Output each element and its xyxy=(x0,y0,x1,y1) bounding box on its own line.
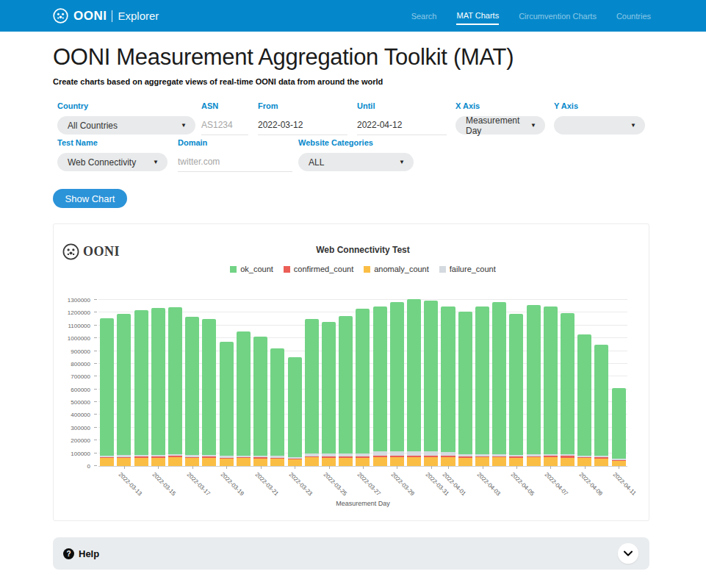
chart-bar-2022-04-04[interactable] xyxy=(491,301,508,466)
bar-stack xyxy=(322,322,336,466)
nav-link-circumvention-charts[interactable]: Circumvention Charts xyxy=(519,7,597,24)
x-axis-tick-label: 2022-03-21 xyxy=(253,471,279,497)
bar-segment-ok_count xyxy=(544,306,558,454)
chart-bar-2022-04-07[interactable] xyxy=(542,301,559,466)
bar-segment-anomaly_count xyxy=(475,457,489,466)
chevron-down-icon: ▼ xyxy=(399,159,405,165)
nav-link-mat-charts[interactable]: MAT Charts xyxy=(456,7,499,25)
chart-bar-2022-03-31[interactable] xyxy=(422,301,439,466)
nav-link-countries[interactable]: Countries xyxy=(616,7,651,24)
website-categories-label: Website Categories xyxy=(298,138,414,147)
chart-bar-2022-03-12[interactable] xyxy=(98,301,115,466)
x-axis-tick-label: 2022-03-19 xyxy=(220,471,245,497)
x-axis-tick xyxy=(192,466,193,469)
legend-label: anomaly_count xyxy=(374,265,429,273)
x-axis-tick xyxy=(516,466,517,469)
domain-input[interactable] xyxy=(178,153,292,172)
bar-stack xyxy=(134,310,148,466)
asn-label: ASN xyxy=(201,101,248,110)
chart-plot-area: Measurement Day 010000020000030000040000… xyxy=(98,301,627,467)
main-content: OONI Measurement Aggregation Toolkit (MA… xyxy=(0,44,706,570)
chart-bar-2022-03-27[interactable] xyxy=(354,301,371,466)
test-name-select[interactable]: Web Connectivity ▼ xyxy=(57,153,168,171)
chart-bar-2022-03-19[interactable] xyxy=(218,301,235,466)
bar-segment-ok_count xyxy=(134,310,148,455)
chevron-down-icon: ▼ xyxy=(181,122,187,129)
chevron-down-icon: ▼ xyxy=(630,122,636,129)
chart-bar-2022-03-17[interactable] xyxy=(184,301,201,466)
chart-bar-2022-03-20[interactable] xyxy=(235,301,252,466)
bar-segment-ok_count xyxy=(270,348,284,456)
bar-segment-ok_count xyxy=(288,357,302,457)
asn-input[interactable] xyxy=(201,116,248,135)
chart-bar-2022-04-02[interactable] xyxy=(457,301,474,466)
bar-segment-anomaly_count xyxy=(424,457,438,466)
chart-bar-2022-03-21[interactable] xyxy=(252,301,269,466)
chart-bar-2022-03-28[interactable] xyxy=(372,301,389,466)
x-axis-tick xyxy=(619,466,619,469)
x-axis-tick xyxy=(448,466,449,469)
nav-link-search[interactable]: Search xyxy=(411,7,437,24)
country-select[interactable]: All Countries ▼ xyxy=(57,116,195,135)
x-axis-select[interactable]: Measurement Day ▼ xyxy=(455,116,545,135)
until-date-input[interactable] xyxy=(357,116,447,135)
chart-bar-2022-04-03[interactable] xyxy=(474,301,491,466)
x-axis-tick xyxy=(124,466,125,469)
bar-stack xyxy=(475,306,489,466)
legend-item-failure_count: failure_count xyxy=(439,265,496,273)
chart-bar-2022-03-14[interactable] xyxy=(132,301,149,466)
y-axis-tick xyxy=(94,401,97,402)
y-axis-select[interactable]: ▼ xyxy=(554,116,645,135)
bar-segment-ok_count xyxy=(168,307,182,454)
website-categories-select[interactable]: ALL ▼ xyxy=(298,153,414,171)
chart-legend: ok_countconfirmed_countanomaly_countfail… xyxy=(98,265,627,273)
bar-segment-ok_count xyxy=(527,305,541,454)
bar-stack xyxy=(356,309,370,466)
chart-bar-2022-04-06[interactable] xyxy=(525,301,541,466)
help-section[interactable]: ? Help xyxy=(53,537,649,570)
chart-bar-2022-03-22[interactable] xyxy=(269,301,286,466)
y-axis-tick-label: 200000 xyxy=(71,437,90,444)
chevron-down-icon: ▼ xyxy=(153,159,159,165)
chart-bar-2022-04-08[interactable] xyxy=(559,301,576,466)
legend-item-ok_count: ok_count xyxy=(230,265,273,273)
chart-bar-2022-04-01[interactable] xyxy=(439,301,456,466)
website-categories-select-value: ALL xyxy=(309,157,324,168)
x-axis-tick xyxy=(363,466,364,469)
chart-bar-2022-03-25[interactable] xyxy=(320,301,337,466)
bar-segment-anomaly_count xyxy=(544,457,558,466)
chart-bar-2022-03-26[interactable] xyxy=(337,301,354,466)
y-axis-tick-label: 1100000 xyxy=(68,322,90,329)
bar-stack xyxy=(390,302,404,466)
chart-bar-2022-03-13[interactable] xyxy=(115,301,132,466)
chart-bar-2022-04-09[interactable] xyxy=(576,301,593,466)
chart-bar-2022-03-23[interactable] xyxy=(286,301,303,466)
chart-bar-2022-03-18[interactable] xyxy=(201,301,217,466)
test-name-label: Test Name xyxy=(57,138,168,147)
show-chart-button[interactable]: Show Chart xyxy=(53,189,127,208)
chevron-down-icon: ▼ xyxy=(530,122,536,129)
from-date-input[interactable] xyxy=(258,116,347,135)
y-axis-tick xyxy=(94,453,97,453)
until-label: Until xyxy=(357,101,447,110)
brand[interactable]: OONI Explorer xyxy=(53,8,159,24)
x-axis-tick-label: 2022-03-27 xyxy=(356,471,382,497)
chart-bar-2022-03-15[interactable] xyxy=(150,301,167,466)
y-axis-tick-label: 700000 xyxy=(71,373,90,380)
brand-ooni: OONI xyxy=(73,9,107,24)
x-axis-tick-label: 2022-03-17 xyxy=(185,471,211,497)
chart-bar-2022-04-05[interactable] xyxy=(508,301,525,466)
chart-bar-2022-03-29[interactable] xyxy=(389,301,406,466)
bar-stack xyxy=(305,319,319,466)
chart-bar-2022-03-30[interactable] xyxy=(406,301,422,466)
help-expand-button[interactable] xyxy=(618,543,638,564)
chart-bar-2022-03-16[interactable] xyxy=(167,301,184,466)
chart-bar-2022-04-10[interactable] xyxy=(593,301,610,466)
bar-segment-anomaly_count xyxy=(202,458,216,466)
x-axis-tick xyxy=(329,466,330,469)
bar-segment-anomaly_count xyxy=(322,458,336,466)
chart-logo-wordmark: OONI xyxy=(83,244,120,259)
bar-segment-ok_count xyxy=(339,316,353,453)
chart-bar-2022-04-11[interactable] xyxy=(610,301,627,466)
chart-bar-2022-03-24[interactable] xyxy=(303,301,320,466)
